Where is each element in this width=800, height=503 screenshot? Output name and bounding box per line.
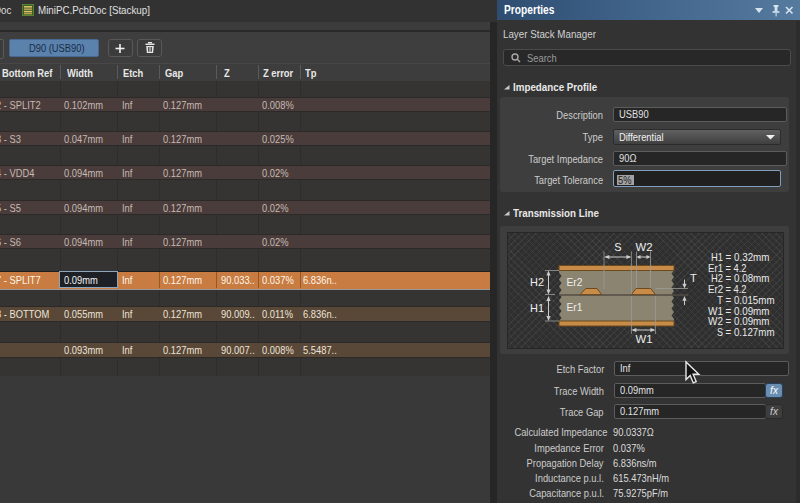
svg-text:Er2: Er2 (567, 276, 583, 288)
svg-text:S: S (717, 326, 723, 338)
svg-text:S: S (614, 241, 621, 253)
svg-text:W2: W2 (636, 241, 653, 253)
svg-text:H2: H2 (530, 276, 544, 288)
svg-text:Er1: Er1 (567, 301, 583, 313)
svg-text:H1: H1 (530, 302, 544, 314)
svg-text:W1: W1 (636, 333, 653, 345)
svg-text:T: T (690, 272, 697, 284)
svg-text:= 0.127mm: = 0.127mm (726, 326, 775, 338)
